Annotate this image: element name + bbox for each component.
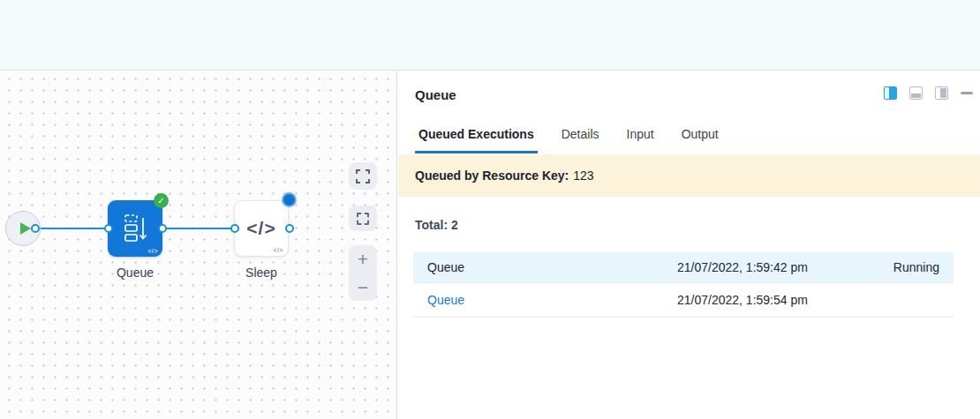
panel-tabs: Queued Executions Details Input Output (415, 124, 980, 153)
execution-row[interactable]: Queue 21/07/2022, 1:59:42 pm Running (413, 252, 954, 283)
node-details-panel: Queue Queued Executions Details Input Ou… (398, 71, 980, 419)
connection-edge (35, 228, 109, 229)
execution-time: 21/07/2022, 1:59:54 pm (677, 293, 842, 307)
running-badge-icon (282, 192, 297, 207)
fit-view-button[interactable] (349, 162, 377, 190)
layout-bottom-panel-icon[interactable] (909, 86, 923, 100)
executions-table: Queue 21/07/2022, 1:59:42 pm Running Que… (413, 252, 954, 318)
code-icon: </> (246, 218, 275, 239)
banner-value: 123 (573, 168, 593, 183)
fit-view-icon (356, 169, 370, 183)
queue-input-port[interactable] (104, 224, 113, 233)
minimize-icon[interactable] (961, 92, 973, 94)
layout-right-panel-icon[interactable] (935, 86, 948, 100)
node-label-queue: Queue (108, 266, 162, 280)
sleep-output-port[interactable] (285, 224, 294, 233)
success-badge-icon: ✓ (154, 193, 169, 208)
selection-mode-button[interactable] (349, 206, 377, 231)
banner-label: Queued by Resource Key: (415, 168, 569, 183)
resource-key-banner: Queued by Resource Key: 123 (398, 154, 980, 197)
execution-status: Running (842, 260, 939, 274)
panel-title: Queue (415, 87, 456, 102)
code-icon: </> (273, 247, 283, 253)
tab-details[interactable]: Details (558, 124, 603, 151)
code-icon: </> (147, 248, 158, 254)
tab-output[interactable]: Output (678, 124, 722, 151)
execution-name-link[interactable]: Queue (427, 293, 677, 307)
selection-icon (357, 213, 369, 225)
queue-output-port[interactable] (158, 224, 167, 233)
layout-split-left-icon[interactable] (884, 86, 897, 100)
queue-icon (121, 213, 149, 244)
top-bar (0, 0, 980, 71)
tab-queued-executions[interactable]: Queued Executions (415, 124, 538, 153)
panel-layout-controls (884, 86, 973, 100)
workflow-canvas[interactable]: </> ✓ Queue </> </> Sleep + (0, 71, 397, 419)
zoom-controls: + − (349, 245, 377, 301)
tab-input[interactable]: Input (623, 124, 658, 151)
node-queue[interactable]: </> (108, 200, 162, 257)
workflow-app: </> ✓ Queue </> </> Sleep + (0, 0, 980, 419)
zoom-in-button[interactable]: + (358, 247, 368, 272)
connection-edge (162, 228, 235, 229)
total-count: Total: 2 (415, 218, 458, 232)
node-sleep[interactable]: </> </> (234, 200, 289, 257)
execution-time: 21/07/2022, 1:59:42 pm (677, 260, 842, 274)
execution-name: Queue (427, 260, 677, 274)
node-label-sleep: Sleep (234, 266, 289, 280)
sleep-input-port[interactable] (230, 224, 239, 233)
zoom-out-button[interactable]: − (358, 274, 368, 299)
play-icon (20, 222, 31, 235)
execution-row[interactable]: Queue 21/07/2022, 1:59:54 pm (413, 283, 954, 318)
trigger-output-port[interactable] (31, 224, 40, 233)
